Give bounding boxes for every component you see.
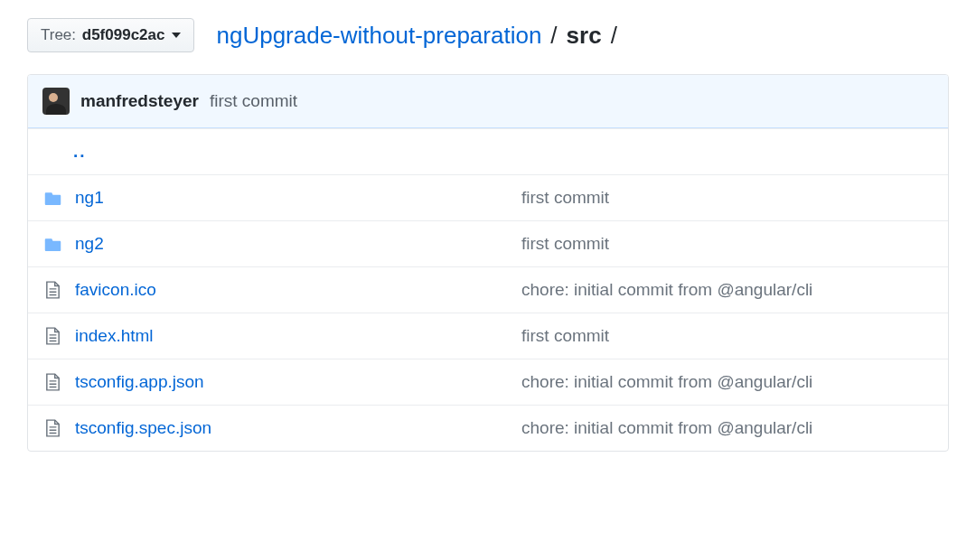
breadcrumb-separator: / <box>611 22 617 50</box>
row-commit-message[interactable]: chore: initial commit from @angular/cli <box>521 280 934 300</box>
table-row: index.html first commit <box>28 313 948 359</box>
file-name-link[interactable]: tsconfig.app.json <box>75 372 204 391</box>
row-commit-message[interactable]: chore: initial commit from @angular/cli <box>521 372 934 392</box>
table-row: ng2 first commit <box>28 220 948 266</box>
row-commit-message[interactable]: first commit <box>521 188 934 208</box>
file-icon <box>42 373 62 391</box>
parent-dir-row[interactable]: .. <box>28 128 948 174</box>
commit-author[interactable]: manfredsteyer <box>80 91 199 111</box>
tree-select-button[interactable]: Tree: d5f099c2ac <box>27 18 194 52</box>
row-commit-message[interactable]: chore: initial commit from @angular/cli <box>521 418 934 438</box>
file-name-link[interactable]: favicon.ico <box>75 280 156 299</box>
file-name-link[interactable]: ng1 <box>75 188 104 207</box>
file-name-link[interactable]: index.html <box>75 326 154 345</box>
file-name-link[interactable]: ng2 <box>75 234 104 253</box>
table-row: favicon.ico chore: initial commit from @… <box>28 266 948 313</box>
file-icon <box>42 281 62 299</box>
parent-dir-link[interactable]: .. <box>73 142 87 162</box>
avatar[interactable] <box>42 88 70 115</box>
caret-down-icon <box>172 33 181 38</box>
repo-header: Tree: d5f099c2ac ngUpgrade-without-prepa… <box>27 18 949 52</box>
commit-message[interactable]: first commit <box>210 91 297 111</box>
breadcrumb-separator: / <box>550 22 557 50</box>
tree-label: Tree: <box>41 26 76 44</box>
file-name-link[interactable]: tsconfig.spec.json <box>75 418 211 437</box>
latest-commit-bar: manfredsteyer first commit <box>28 75 948 128</box>
table-row: tsconfig.app.json chore: initial commit … <box>28 359 948 405</box>
row-commit-message[interactable]: first commit <box>521 326 934 346</box>
breadcrumb-dir: src <box>567 22 602 50</box>
file-browser: manfredsteyer first commit .. ng1 first … <box>27 74 949 452</box>
breadcrumb-repo[interactable]: ngUpgrade-without-preparation <box>216 22 541 50</box>
table-row: tsconfig.spec.json chore: initial commit… <box>28 405 948 451</box>
tree-hash: d5f099c2ac <box>82 26 165 44</box>
table-row: ng1 first commit <box>28 174 948 220</box>
breadcrumb: ngUpgrade-without-preparation / src / <box>216 22 620 50</box>
file-icon <box>42 327 62 345</box>
folder-icon <box>42 238 62 251</box>
row-commit-message[interactable]: first commit <box>521 234 934 254</box>
folder-icon <box>42 191 62 205</box>
file-icon <box>42 419 62 437</box>
